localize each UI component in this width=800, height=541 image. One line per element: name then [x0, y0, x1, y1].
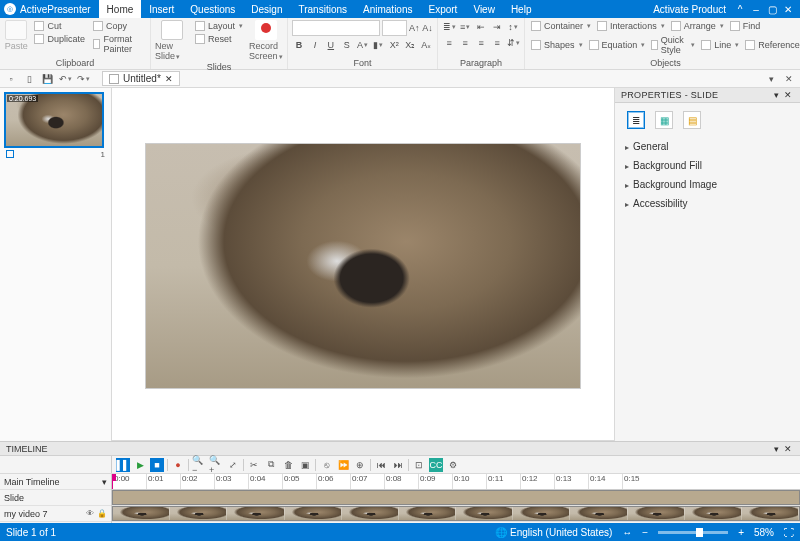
- qat-save-icon[interactable]: 💾: [40, 72, 54, 86]
- document-tab[interactable]: Untitled* ✕: [102, 71, 180, 86]
- track-header-slide[interactable]: Slide: [0, 490, 111, 506]
- tl-cc-icon[interactable]: CC: [429, 458, 443, 472]
- format-painter-button[interactable]: Format Painter: [91, 33, 146, 55]
- qat-undo-icon[interactable]: ↶: [58, 72, 72, 86]
- prop-mode-slide-icon[interactable]: ≣: [627, 111, 645, 129]
- prop-mode-fill-icon[interactable]: ▦: [655, 111, 673, 129]
- duplicate-button[interactable]: Duplicate: [32, 33, 87, 45]
- properties-pin-icon[interactable]: ▾: [770, 90, 782, 100]
- zoom-slider[interactable]: [658, 531, 728, 534]
- tl-split-icon[interactable]: ⎋: [319, 458, 333, 472]
- reference-button[interactable]: Reference: [743, 39, 800, 51]
- font-color-icon[interactable]: A: [356, 38, 370, 52]
- qat-new-icon[interactable]: ▫: [4, 72, 18, 86]
- status-view-icon[interactable]: ↔: [622, 527, 632, 538]
- grow-font-icon[interactable]: A↑: [409, 21, 420, 35]
- underline-icon[interactable]: U: [324, 38, 338, 52]
- copy-button[interactable]: Copy: [91, 20, 146, 32]
- window-maximize-icon[interactable]: ▢: [764, 4, 780, 15]
- timeline-ruler[interactable]: 0:000:010:020:030:040:050:060:070:080:09…: [112, 474, 800, 490]
- section-bg-image[interactable]: Background Image: [615, 175, 800, 194]
- align-center-icon[interactable]: ≡: [458, 36, 472, 50]
- section-bg-fill[interactable]: Background Fill: [615, 156, 800, 175]
- align-right-icon[interactable]: ≡: [474, 36, 488, 50]
- lock-icon[interactable]: 🔒: [97, 509, 107, 518]
- tab-design[interactable]: Design: [243, 0, 290, 18]
- font-size-select[interactable]: [382, 20, 406, 36]
- numbering-icon[interactable]: ≡: [458, 20, 472, 34]
- slide-thumbnail[interactable]: 0:20.693: [4, 92, 104, 148]
- timeline-close-icon[interactable]: ✕: [782, 444, 794, 454]
- zoom-out-icon[interactable]: −: [642, 527, 648, 538]
- quick-style-button[interactable]: Quick Style: [649, 34, 697, 56]
- shrink-font-icon[interactable]: A↓: [422, 21, 433, 35]
- font-family-select[interactable]: [292, 20, 380, 36]
- tl-zoom-out-icon[interactable]: 🔍−: [192, 458, 206, 472]
- window-minimize-icon[interactable]: –: [748, 4, 764, 15]
- line-button[interactable]: Line: [699, 39, 741, 51]
- indent-dec-icon[interactable]: ⇤: [474, 20, 488, 34]
- tl-stop-icon[interactable]: ■: [150, 458, 164, 472]
- ribbon-toggle-icon[interactable]: ^: [732, 4, 748, 15]
- tl-options-icon[interactable]: ⚙: [446, 458, 460, 472]
- tl-copy-icon[interactable]: ⧉: [264, 458, 278, 472]
- section-accessibility[interactable]: Accessibility: [615, 194, 800, 213]
- tab-questions[interactable]: Questions: [182, 0, 243, 18]
- align-justify-icon[interactable]: ≡: [490, 36, 504, 50]
- properties-close-icon[interactable]: ✕: [782, 90, 794, 100]
- tab-help[interactable]: Help: [503, 0, 540, 18]
- tl-cut-icon[interactable]: ✂: [247, 458, 261, 472]
- valign-icon[interactable]: ⇵: [506, 36, 520, 50]
- window-close-icon[interactable]: ✕: [780, 4, 796, 15]
- tl-crop-icon[interactable]: ▣: [298, 458, 312, 472]
- tab-insert[interactable]: Insert: [141, 0, 182, 18]
- shapes-button[interactable]: Shapes: [529, 39, 585, 51]
- timeline-select[interactable]: Main Timeline▾: [0, 474, 111, 490]
- visibility-icon[interactable]: 👁: [86, 509, 94, 518]
- tl-record-icon[interactable]: ▌▌: [116, 458, 130, 472]
- tl-prev-frame-icon[interactable]: ⏮: [374, 458, 388, 472]
- bold-icon[interactable]: B: [292, 38, 306, 52]
- document-close-icon[interactable]: ✕: [165, 74, 173, 84]
- playhead[interactable]: [112, 474, 113, 489]
- tl-play-icon[interactable]: ▶: [133, 458, 147, 472]
- fit-screen-icon[interactable]: ⛶: [784, 527, 794, 538]
- record-screen-button[interactable]: Record Screen: [249, 20, 283, 61]
- italic-icon[interactable]: I: [308, 38, 322, 52]
- arrange-button[interactable]: Arrange: [669, 20, 726, 32]
- container-button[interactable]: Container: [529, 20, 593, 32]
- new-slide-button[interactable]: New Slide: [155, 20, 189, 61]
- paste-button[interactable]: Paste: [4, 20, 28, 51]
- find-button[interactable]: Find: [728, 20, 763, 32]
- track-slide[interactable]: [112, 490, 800, 506]
- clip-video[interactable]: [112, 506, 800, 521]
- section-general[interactable]: General: [615, 137, 800, 156]
- cut-button[interactable]: Cut: [32, 20, 87, 32]
- qat-redo-icon[interactable]: ↷: [76, 72, 90, 86]
- tl-marker-icon[interactable]: ●: [171, 458, 185, 472]
- activate-product-link[interactable]: Activate Product: [653, 4, 726, 15]
- zoom-value[interactable]: 58%: [754, 527, 774, 538]
- tl-insert-icon[interactable]: ⊕: [353, 458, 367, 472]
- superscript-icon[interactable]: X²: [387, 38, 401, 52]
- panel-close-icon[interactable]: ✕: [782, 72, 796, 86]
- indent-inc-icon[interactable]: ⇥: [490, 20, 504, 34]
- canvas-area[interactable]: [112, 88, 614, 441]
- tab-animations[interactable]: Animations: [355, 0, 420, 18]
- tab-home[interactable]: Home: [99, 0, 142, 18]
- tab-export[interactable]: Export: [420, 0, 465, 18]
- strike-icon[interactable]: S: [340, 38, 354, 52]
- zoom-in-icon[interactable]: +: [738, 527, 744, 538]
- bullets-icon[interactable]: ≣: [442, 20, 456, 34]
- prop-mode-image-icon[interactable]: ▤: [683, 111, 701, 129]
- tab-view[interactable]: View: [465, 0, 503, 18]
- tl-next-frame-icon[interactable]: ⏭: [391, 458, 405, 472]
- tl-zoom-fit-icon[interactable]: ⤢: [226, 458, 240, 472]
- equation-button[interactable]: Equation: [587, 39, 648, 51]
- status-language[interactable]: 🌐English (United States): [495, 527, 612, 538]
- track-header-video[interactable]: my video 7 👁 🔒: [0, 506, 111, 522]
- tab-transitions[interactable]: Transitions: [290, 0, 355, 18]
- layout-button[interactable]: Layout: [193, 20, 245, 32]
- track-video[interactable]: [112, 506, 800, 522]
- qat-open-icon[interactable]: ▯: [22, 72, 36, 86]
